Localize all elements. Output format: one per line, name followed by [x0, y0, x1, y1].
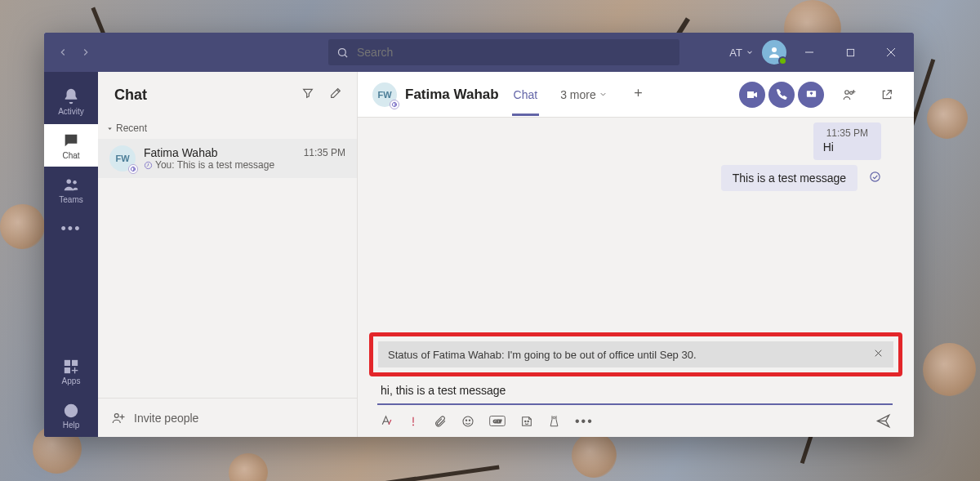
status-banner: Status of Fatima Wahab: I'm going to be …: [378, 341, 893, 367]
more-actions-button[interactable]: •••: [575, 414, 594, 429]
add-people-button[interactable]: [837, 82, 862, 107]
rail-activity[interactable]: Activity: [44, 80, 98, 122]
caret-down-icon: [106, 125, 114, 132]
svg-rect-11: [65, 367, 70, 372]
chevron-down-icon: [599, 90, 608, 99]
popout-chat-button[interactable]: [875, 82, 899, 107]
invite-people-icon: [111, 411, 126, 425]
screen-share-button[interactable]: [798, 82, 824, 108]
svg-point-41: [553, 416, 555, 419]
giphy-button[interactable]: GIF: [489, 415, 506, 427]
search-box[interactable]: [328, 39, 679, 65]
svg-point-18: [114, 413, 118, 417]
add-people-icon: [842, 87, 857, 102]
svg-point-33: [412, 424, 414, 425]
bell-icon: [62, 87, 80, 105]
svg-marker-16: [108, 127, 112, 130]
sticker-icon: [520, 415, 533, 428]
teams-app-window: AT Activity: [44, 33, 914, 437]
screen-share-icon: [805, 88, 817, 100]
chat-main-pane: FW Fatima Wahab Chat 3 more: [358, 72, 914, 437]
rail-teams-label: Teams: [59, 195, 82, 204]
filter-button[interactable]: [301, 87, 314, 103]
message-area: 11:35 PM Hi This is a test message: [358, 118, 914, 437]
tenant-label: AT: [729, 47, 742, 59]
tenant-switcher[interactable]: AT: [726, 47, 757, 59]
svg-rect-10: [73, 360, 78, 365]
invite-people-button[interactable]: Invite people: [98, 398, 357, 437]
presence-available-icon: [778, 56, 787, 65]
emoji-button[interactable]: [461, 415, 474, 428]
search-icon: [336, 47, 349, 59]
svg-point-40: [528, 421, 528, 421]
nav-back-button[interactable]: [52, 42, 74, 63]
video-icon: [746, 88, 759, 101]
message-sent: This is a test message: [721, 165, 858, 191]
attach-icon: [434, 415, 447, 428]
chevron-down-icon: [746, 48, 754, 56]
status-banner-text: Status of Fatima Wahab: I'm going to be …: [388, 349, 697, 361]
svg-line-28: [886, 90, 891, 95]
presence-ooo-small-icon: [144, 161, 153, 170]
apps-icon: [63, 359, 79, 375]
filter-icon: [301, 87, 314, 100]
search-input[interactable]: [355, 45, 671, 60]
svg-text:GIF: GIF: [493, 419, 502, 424]
compose-icon: [329, 87, 342, 100]
chat-list-pane: Chat Recent FW: [98, 72, 358, 437]
presence-out-of-office-icon: [128, 164, 138, 174]
svg-rect-9: [65, 360, 70, 365]
svg-point-8: [73, 180, 76, 184]
message-text: This is a test message: [733, 171, 846, 185]
chat-header-avatar: FW: [372, 82, 397, 107]
message-time: 11:35 PM: [823, 127, 871, 140]
chat-header-initials: FW: [377, 90, 391, 100]
send-button[interactable]: [875, 413, 891, 429]
attach-button[interactable]: [434, 415, 447, 428]
format-button[interactable]: [379, 414, 393, 428]
rail-teams[interactable]: Teams: [44, 168, 98, 211]
compose-input[interactable]: hi, this is a test message: [377, 379, 893, 405]
priority-button[interactable]: [408, 416, 419, 427]
rail-chat-label: Chat: [62, 151, 79, 160]
profile-avatar[interactable]: [762, 40, 786, 65]
new-chat-button[interactable]: [329, 87, 342, 103]
tabs-more[interactable]: 3 more: [560, 88, 608, 101]
compose-toolbar: GIF •••: [377, 405, 893, 429]
emoji-icon: [461, 415, 474, 428]
contact-avatar: FW: [109, 145, 136, 171]
svg-point-24: [845, 90, 849, 94]
people-icon: [62, 176, 80, 194]
rail-help[interactable]: Help: [44, 394, 98, 437]
status-banner-close-button[interactable]: [873, 348, 884, 361]
rail-apps-label: Apps: [62, 376, 81, 385]
svg-point-0: [339, 48, 346, 56]
message-time: 11:35 PM: [304, 147, 345, 158]
compose-box: hi, this is a test message GIF •••: [377, 379, 893, 429]
chat-list-item[interactable]: FW Fatima Wahab You: This is a test mess…: [98, 139, 357, 178]
svg-point-39: [525, 421, 526, 421]
contact-initials: FW: [115, 154, 129, 163]
invite-people-label: Invite people: [134, 412, 198, 425]
praise-icon: [548, 415, 560, 427]
nav-forward-button[interactable]: [75, 42, 96, 63]
window-minimize-button[interactable]: [791, 33, 827, 71]
audio-call-button[interactable]: [768, 82, 795, 108]
video-call-button[interactable]: [739, 82, 765, 108]
section-recent[interactable]: Recent: [98, 118, 357, 139]
window-maximize-button[interactable]: [832, 33, 868, 71]
chat-header: FW Fatima Wahab Chat 3 more: [358, 72, 914, 118]
tab-chat[interactable]: Chat: [512, 73, 540, 116]
rail-activity-label: Activity: [58, 107, 84, 116]
rail-chat[interactable]: Chat: [44, 124, 98, 167]
contact-name: Fatima Wahab: [144, 146, 296, 159]
window-close-button[interactable]: [873, 33, 909, 71]
plus-icon: [632, 87, 644, 99]
sticker-button[interactable]: [520, 415, 533, 428]
more-icon: •••: [61, 220, 82, 238]
praise-button[interactable]: [548, 415, 560, 427]
rail-more[interactable]: •••: [44, 212, 98, 245]
add-tab-button[interactable]: [632, 87, 644, 102]
rail-apps[interactable]: Apps: [44, 350, 98, 393]
titlebar: AT: [44, 33, 914, 72]
